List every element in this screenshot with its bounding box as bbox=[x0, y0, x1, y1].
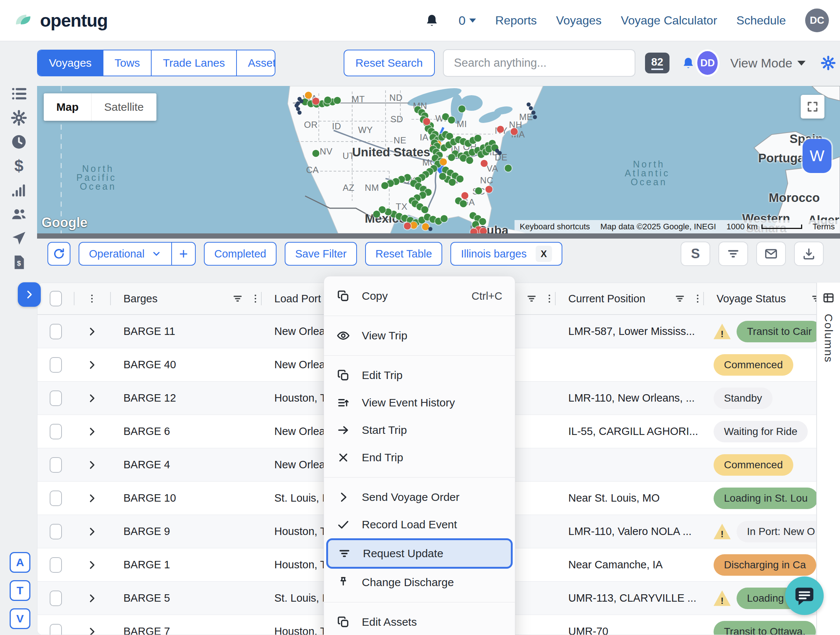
nav-link-voyage-calculator[interactable]: Voyage Calculator bbox=[621, 14, 717, 27]
expand-side-panel-button[interactable] bbox=[18, 282, 41, 307]
nav-link-voyages[interactable]: Voyages bbox=[556, 14, 602, 27]
menu-item-view-event-history[interactable]: View Event History bbox=[324, 389, 515, 416]
menu-item-label: Send Voyage Order bbox=[362, 491, 459, 503]
select-all-checkbox[interactable] bbox=[50, 291, 62, 306]
reset-search-button[interactable]: Reset Search bbox=[344, 50, 435, 76]
expand-row-icon[interactable] bbox=[86, 593, 98, 604]
expand-row-icon[interactable] bbox=[86, 626, 98, 635]
finance-dollar-icon[interactable]: $ bbox=[10, 158, 27, 175]
menu-item-start-trip[interactable]: Start Trip bbox=[324, 416, 515, 444]
columns-panel-tab[interactable]: Columns bbox=[816, 283, 840, 635]
chat-widget-button[interactable] bbox=[785, 577, 824, 615]
row-checkbox[interactable] bbox=[50, 457, 62, 473]
completed-filter-button[interactable]: Completed bbox=[204, 242, 276, 266]
row-checkbox[interactable] bbox=[50, 591, 62, 606]
w-map-button[interactable]: W bbox=[802, 139, 832, 173]
analytics-bars-icon[interactable] bbox=[10, 181, 27, 199]
quick-button-a[interactable]: A bbox=[9, 552, 30, 573]
tab-trade-lanes[interactable]: Trade Lanes bbox=[152, 50, 237, 76]
row-checkbox[interactable] bbox=[50, 424, 62, 440]
keyboard-shortcuts-link[interactable]: Keyboard shortcuts bbox=[515, 220, 595, 233]
history-clock-icon[interactable] bbox=[10, 133, 27, 150]
expand-row-icon[interactable] bbox=[86, 526, 98, 537]
menu-item-view-trip[interactable]: View Trip bbox=[324, 322, 515, 349]
menu-item-copy[interactable]: CopyCtrl+C bbox=[324, 282, 515, 310]
current-position-cell: UMR-113, CLARYVILLE ... bbox=[555, 592, 703, 604]
menu-item-end-trip[interactable]: End Trip bbox=[324, 444, 515, 471]
settings-gear-icon[interactable] bbox=[820, 54, 836, 72]
map-type-map-button[interactable]: Map bbox=[44, 93, 91, 121]
alert-count-badge[interactable]: 82 bbox=[645, 53, 669, 73]
menu-item-change-discharge[interactable]: Change Discharge bbox=[324, 569, 515, 596]
status-badge: Commenced bbox=[714, 354, 793, 376]
table-toolbar-filter-button[interactable] bbox=[718, 241, 748, 266]
row-checkbox[interactable] bbox=[50, 324, 62, 339]
expand-row-icon[interactable] bbox=[86, 426, 98, 437]
navigation-send-icon[interactable] bbox=[10, 230, 27, 247]
header-bell-icon[interactable] bbox=[425, 13, 439, 28]
fullscreen-button[interactable] bbox=[801, 95, 824, 118]
expand-row-icon[interactable] bbox=[86, 393, 98, 404]
row-checkbox[interactable] bbox=[50, 557, 62, 573]
user-avatar[interactable]: DC bbox=[805, 8, 829, 32]
account-avatar[interactable]: DD bbox=[697, 51, 717, 75]
opentug-logo[interactable]: opentug bbox=[15, 10, 107, 31]
remove-filter-x-button[interactable]: X bbox=[536, 246, 552, 262]
save-filter-button[interactable]: Save Filter bbox=[285, 242, 357, 266]
expand-row-icon[interactable] bbox=[86, 559, 98, 570]
operational-filter-dropdown[interactable]: Operational bbox=[79, 243, 171, 265]
row-checkbox[interactable] bbox=[50, 490, 62, 506]
table-toolbar-s-button[interactable]: S bbox=[681, 241, 710, 266]
terms-link[interactable]: Terms bbox=[807, 220, 840, 233]
filter-icon[interactable] bbox=[232, 293, 243, 304]
illinois-barges-filter-chip[interactable]: Illinois barges X bbox=[450, 242, 562, 266]
menu-item-request-update[interactable]: Request Update bbox=[328, 540, 511, 567]
nav-link-schedule[interactable]: Schedule bbox=[737, 14, 786, 27]
table-toolbar-download-button[interactable] bbox=[794, 241, 824, 266]
refresh-button[interactable] bbox=[47, 242, 70, 266]
team-users-icon[interactable] bbox=[10, 206, 27, 223]
tab-voyages[interactable]: Voyages bbox=[38, 50, 103, 76]
kebab-menu-icon[interactable] bbox=[86, 293, 98, 304]
kebab-menu-icon[interactable] bbox=[544, 293, 555, 304]
invoice-document-icon[interactable]: $ bbox=[10, 254, 27, 271]
row-checkbox[interactable] bbox=[50, 357, 62, 373]
row-checkbox[interactable] bbox=[50, 624, 62, 635]
view-mode-dropdown[interactable]: View Mode bbox=[730, 56, 806, 70]
quick-button-t[interactable]: T bbox=[9, 580, 30, 601]
row-expand-cell bbox=[74, 415, 110, 448]
quick-button-v[interactable]: V bbox=[9, 608, 30, 629]
voyages-map[interactable]: WAMTNDMNWIMIMENHNYMAORIDWYSDNEIANVUTCAMO… bbox=[37, 86, 840, 233]
kebab-menu-icon[interactable] bbox=[250, 293, 261, 304]
settings-gear-icon[interactable] bbox=[10, 109, 27, 126]
menu-item-record-load-event[interactable]: Record Load Event bbox=[324, 511, 515, 538]
filter-icon[interactable] bbox=[674, 293, 685, 304]
map-divider-bar[interactable] bbox=[37, 233, 840, 239]
notifications-bell-icon[interactable] bbox=[681, 55, 695, 71]
menu-item-send-voyage-order[interactable]: Send Voyage Order bbox=[324, 484, 515, 511]
expand-row-icon[interactable] bbox=[86, 359, 98, 370]
notification-count-dropdown[interactable]: 0 bbox=[459, 13, 476, 28]
map-marker bbox=[510, 128, 518, 135]
table-toolbar-mail-button[interactable] bbox=[756, 241, 786, 266]
tab-tows[interactable]: Tows bbox=[103, 50, 152, 76]
expand-row-icon[interactable] bbox=[86, 326, 98, 337]
expand-row-icon[interactable] bbox=[86, 459, 98, 471]
reset-table-button[interactable]: Reset Table bbox=[365, 242, 443, 266]
expand-row-icon[interactable] bbox=[86, 493, 98, 504]
search-input[interactable] bbox=[443, 49, 635, 77]
menu-item-edit-assets[interactable]: Edit Assets bbox=[324, 608, 515, 635]
tab-assets[interactable]: Assets bbox=[237, 50, 275, 76]
row-expand-cell bbox=[74, 315, 110, 348]
row-checkbox[interactable] bbox=[50, 524, 62, 539]
nav-link-reports[interactable]: Reports bbox=[495, 14, 537, 27]
kebab-menu-icon[interactable] bbox=[692, 293, 703, 304]
map-type-satellite-button[interactable]: Satellite bbox=[91, 93, 156, 121]
list-icon[interactable] bbox=[10, 85, 27, 102]
current-position-cell: LMR-110, Valero NOLA ... bbox=[555, 525, 703, 537]
menu-item-edit-trip[interactable]: Edit Trip bbox=[324, 362, 515, 389]
row-checkbox[interactable] bbox=[50, 391, 62, 406]
add-filter-button[interactable]: + bbox=[171, 243, 195, 265]
map-marker bbox=[471, 228, 477, 233]
filter-icon[interactable] bbox=[526, 293, 537, 304]
